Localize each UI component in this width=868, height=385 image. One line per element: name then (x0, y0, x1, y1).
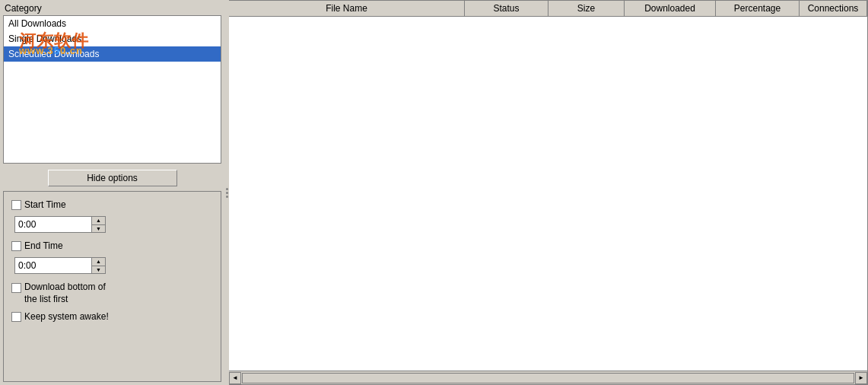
col-header-size[interactable]: Size (548, 1, 625, 16)
divider-dot-2 (226, 192, 228, 194)
left-panel: Category 河东软件 www.350.cn All Downloads S… (0, 0, 224, 385)
end-time-spin-down[interactable]: ▼ (92, 266, 105, 274)
category-item-all-downloads[interactable]: All Downloads (4, 16, 221, 31)
divider-dots (226, 188, 228, 198)
start-time-input-wrap: ▲ ▼ (14, 216, 106, 233)
col-header-downloaded[interactable]: Downloaded (625, 1, 716, 16)
download-bottom-checkbox[interactable] (11, 283, 21, 293)
keep-awake-row: Keep system awake! (11, 311, 213, 322)
table-header: File Name Status Size Downloaded Percent… (229, 1, 867, 17)
scroll-left-button[interactable]: ◄ (229, 372, 241, 384)
divider-dot-3 (226, 196, 228, 198)
horizontal-scroll-track[interactable] (242, 373, 854, 383)
table-body (229, 17, 867, 371)
start-time-spin-buttons: ▲ ▼ (91, 217, 105, 232)
col-header-percentage[interactable]: Percentage (716, 1, 800, 16)
main-container: Category 河东软件 www.350.cn All Downloads S… (0, 0, 868, 385)
end-time-input[interactable] (15, 258, 91, 273)
options-panel: Start Time ▲ ▼ End Time (3, 191, 221, 382)
start-time-checkbox[interactable] (11, 200, 21, 210)
keep-awake-checkbox[interactable] (11, 312, 21, 322)
end-time-input-row: ▲ ▼ (14, 257, 213, 274)
col-header-status[interactable]: Status (465, 1, 548, 16)
category-list: 河东软件 www.350.cn All Downloads Single Dow… (3, 15, 221, 164)
start-time-input-row: ▲ ▼ (14, 216, 213, 233)
col-header-file-name[interactable]: File Name (229, 1, 465, 16)
end-time-label: End Time (24, 240, 63, 251)
start-time-spin-down[interactable]: ▼ (92, 225, 105, 233)
end-time-checkbox[interactable] (11, 241, 21, 251)
start-time-label: Start Time (24, 199, 66, 210)
col-header-connections[interactable]: Connections (800, 1, 867, 16)
category-item-scheduled-downloads[interactable]: Scheduled Downloads (4, 46, 221, 62)
start-time-row: Start Time (11, 199, 213, 210)
end-time-spin-buttons: ▲ ▼ (91, 258, 105, 273)
keep-awake-label: Keep system awake! (24, 311, 109, 322)
category-label: Category (3, 3, 221, 14)
horizontal-scrollbar: ◄ ► (229, 371, 867, 384)
category-item-single-downloads[interactable]: Single Downloads (4, 31, 221, 46)
scroll-right-button[interactable]: ► (855, 372, 867, 384)
download-bottom-row: Download bottom of the list first (11, 282, 213, 305)
start-time-spin-up[interactable]: ▲ (92, 217, 105, 225)
end-time-input-wrap: ▲ ▼ (14, 257, 106, 274)
divider-dot-1 (226, 188, 228, 190)
download-bottom-label: Download bottom of the list first (24, 282, 106, 305)
start-time-input[interactable] (15, 217, 91, 232)
right-panel: File Name Status Size Downloaded Percent… (229, 0, 868, 385)
end-time-row: End Time (11, 240, 213, 251)
hide-options-button[interactable]: Hide options (48, 170, 177, 186)
end-time-spin-up[interactable]: ▲ (92, 258, 105, 266)
